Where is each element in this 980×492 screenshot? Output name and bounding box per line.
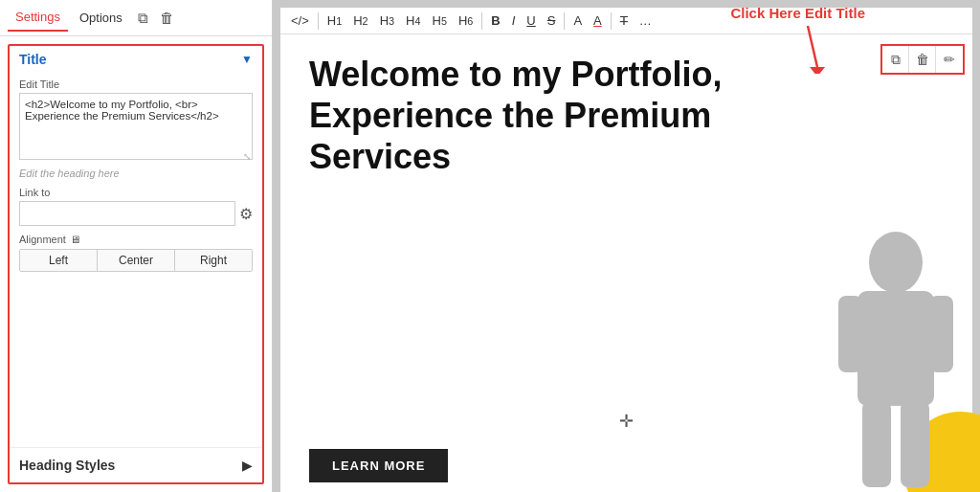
title-label: Title [19,52,47,67]
textarea-wrapper: <h2>Welcome to my Portfolio, <br> Experi… [19,93,253,164]
tabs-bar: Settings Options ⧉ 🗑 [0,0,272,36]
delete-icon[interactable]: 🗑 [156,6,178,30]
edit-title-textarea[interactable]: <h2>Welcome to my Portfolio, <br> Experi… [19,93,253,160]
person-svg [829,224,963,492]
svg-rect-6 [862,401,891,487]
click-annotation: Click Here Edit Title [730,5,865,74]
canvas-area: </> H1 H2 H3 H4 H5 H6 B I U S A A T̶ … ⧉… [280,8,972,492]
h1-btn[interactable]: H1 [324,11,345,30]
plus-icon[interactable]: ✛ [619,411,634,432]
svg-rect-3 [858,291,934,406]
section-body: Edit Title <h2>Welcome to my Portfolio, … [10,73,262,447]
h2-btn[interactable]: H2 [350,11,370,30]
title-section: Title ▼ Edit Title <h2>Welcome to my Por… [8,44,264,484]
title-header: Title ▼ [10,46,262,73]
placeholder-hint: Edit the heading here [19,168,253,179]
align-center-btn[interactable]: Center [98,250,175,271]
font-highlight-btn[interactable]: A [590,11,605,30]
toolbar-sep-2 [481,12,482,30]
chevron-right-icon: ▶ [242,458,253,473]
underline-btn[interactable]: U [523,11,538,30]
font-color-btn[interactable]: A [570,11,585,30]
tab-settings[interactable]: Settings [8,4,68,32]
alignment-label: Alignment 🖥 [19,234,253,245]
widget-copy-btn[interactable]: ⧉ [882,46,909,73]
h6-btn[interactable]: H6 [456,11,476,30]
clear-format-btn[interactable]: T̶ [617,11,631,30]
h4-btn[interactable]: H4 [403,11,423,30]
link-input[interactable] [19,201,235,226]
title-dropdown-arrow[interactable]: ▼ [241,53,253,66]
align-left-btn[interactable]: Left [20,250,98,271]
edit-title-label: Edit Title [19,78,253,90]
h5-btn[interactable]: H5 [429,11,449,30]
editor-toolbar: </> H1 H2 H3 H4 H5 H6 B I U S A A T̶ … [280,8,972,34]
code-btn[interactable]: </> [288,11,312,30]
tab-options[interactable]: Options [72,5,130,31]
click-annotation-text: Click Here Edit Title [730,5,865,21]
left-panel: Settings Options ⧉ 🗑 Title ▼ Edit Title … [0,0,273,492]
main-area: Click Here Edit Title </> H1 H2 H3 H4 H5… [273,0,980,492]
svg-rect-7 [901,401,929,487]
svg-rect-4 [838,296,862,372]
h3-btn[interactable]: H3 [377,11,397,30]
heading-styles-label: Heading Styles [19,458,115,473]
gear-icon[interactable]: ⚙ [239,205,253,223]
svg-rect-5 [929,296,953,372]
toolbar-sep-3 [564,12,565,30]
svg-line-0 [808,26,817,67]
bold-btn[interactable]: B [488,11,502,30]
toolbar-sep-4 [611,12,612,30]
toolbar-sep-1 [318,12,319,30]
annotation-arrow [760,21,836,74]
learn-more-button[interactable]: LEARN MORE [309,449,448,482]
person-image [819,205,972,492]
widget-delete-btn[interactable]: 🗑 [909,46,936,73]
more-btn[interactable]: … [636,11,655,30]
widget-actions: ⧉ 🗑 ✏ [880,44,965,75]
align-buttons: Left Center Right [19,249,253,272]
heading-styles-row[interactable]: Heading Styles ▶ [10,447,262,482]
strikethrough-btn[interactable]: S [545,11,559,30]
italic-btn[interactable]: I [509,11,519,30]
align-right-btn[interactable]: Right [175,250,252,271]
resize-handle[interactable]: ⤡ [243,151,251,162]
svg-point-2 [869,232,923,293]
copy-icon[interactable]: ⧉ [134,6,152,31]
monitor-icon: 🖥 [70,234,80,245]
link-to-label: Link to [19,187,253,198]
svg-marker-1 [810,67,825,74]
widget-edit-btn[interactable]: ✏ [936,46,963,73]
alignment-row: Alignment 🖥 Left Center Right [19,234,253,272]
link-row: ⚙ [19,201,253,226]
